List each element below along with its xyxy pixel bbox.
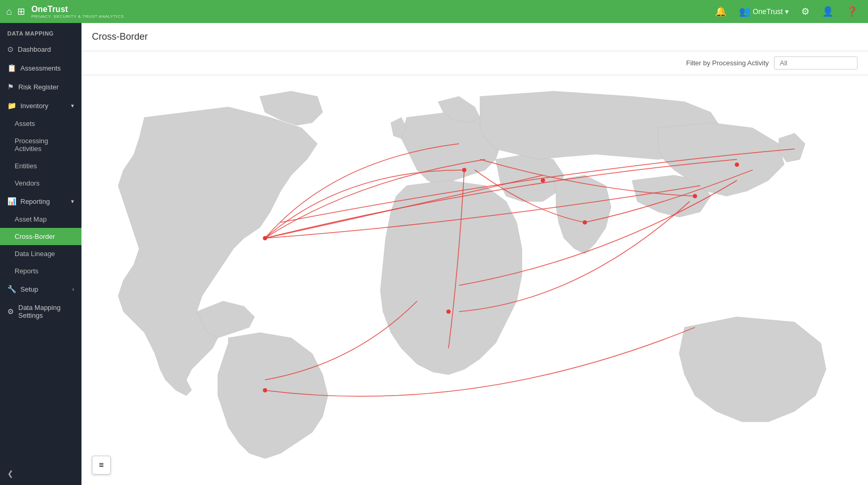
sidebar-item-risk-register[interactable]: ⚑ Risk Register [0,77,81,96]
svg-point-2 [462,168,466,172]
sidebar-item-processing-activities[interactable]: Processing Activities [0,132,81,157]
chevron-down-icon: ▾ [71,102,74,109]
svg-point-4 [735,163,739,167]
filter-label: Filter by Processing Activity [686,59,769,67]
help-icon[interactable]: ❓ [842,4,862,19]
layers-icon: ≡ [99,460,103,470]
sidebar-item-vendors[interactable]: Vendors [0,175,81,192]
sidebar-item-inventory[interactable]: 📁 Inventory ▾ [0,96,81,115]
sidebar-item-label: Dashboard [18,45,74,53]
grid-icon[interactable]: ⊞ [17,6,25,17]
setup-icon: 🔧 [7,285,16,293]
page-title: Cross-Border [92,31,148,42]
sidebar-item-data-mapping-settings[interactable]: ⚙ Data Mapping Settings [0,298,81,325]
chevron-right-icon: › [72,286,74,292]
sidebar-item-reports[interactable]: Reports [0,262,81,280]
sidebar-item-dashboard[interactable]: ⊙ Dashboard [0,40,81,59]
risk-register-icon: ⚑ [7,83,14,91]
world-map-svg [81,75,868,485]
layers-button[interactable]: ≡ [92,456,111,475]
main-content: Cross-Border Filter by Processing Activi… [81,23,868,485]
sidebar-item-data-lineage[interactable]: Data Lineage [0,245,81,262]
svg-point-6 [447,309,451,314]
collapse-sidebar-button[interactable]: ❮ [5,467,16,480]
profile-icon[interactable]: 👤 [818,4,838,19]
brand-name: OneTrust [31,5,124,14]
cross-border-label: Cross-Border [15,233,55,240]
sidebar-item-label: Data Mapping Settings [18,304,74,319]
svg-point-3 [541,178,545,182]
sidebar-item-asset-map[interactable]: Asset Map [0,211,81,228]
sidebar-footer: ❮ [0,462,81,485]
settings-gear-icon: ⚙ [7,307,14,316]
svg-point-1 [263,236,267,240]
sidebar-item-assessments[interactable]: 📋 Assessments [0,59,81,77]
svg-point-8 [583,221,587,225]
processing-activities-label: Processing Activities [15,137,74,153]
sidebar-item-entities[interactable]: Entities [0,157,81,175]
sidebar-item-assets[interactable]: Assets [0,115,81,132]
page-header: Cross-Border [81,23,868,51]
data-lineage-label: Data Lineage [15,250,55,258]
asset-map-label: Asset Map [15,215,46,223]
entities-label: Entities [15,162,37,170]
assessments-icon: 📋 [7,64,16,72]
dashboard-icon: ⊙ [7,45,14,53]
user-menu[interactable]: 👥 OneTrust ▾ [735,4,793,19]
brand-sub: PRIVACY, SECURITY & TRUST ANALYTICS [31,14,124,19]
settings-icon[interactable]: ⚙ [797,4,814,19]
users-icon: 👥 [739,6,750,17]
dropdown-icon: ▾ [785,7,789,16]
reports-label: Reports [15,267,39,275]
world-map-container: ≡ [81,75,868,485]
filter-input[interactable] [774,56,858,70]
assets-label: Assets [15,120,35,128]
vendors-label: Vendors [15,179,40,187]
user-label: OneTrust [753,7,783,16]
reporting-icon: 📊 [7,197,16,205]
brand: OneTrust PRIVACY, SECURITY & TRUST ANALY… [31,5,124,19]
sidebar-item-cross-border[interactable]: Cross-Border [0,228,81,245]
sidebar-section-label: DATA MAPPING [0,23,81,40]
home-icon[interactable]: ⌂ [6,6,12,17]
inventory-icon: 📁 [7,101,16,110]
bell-icon[interactable]: 🔔 [711,4,731,19]
filter-bar: Filter by Processing Activity [81,51,868,75]
sidebar-item-label: Assessments [20,64,74,72]
top-nav-icons: 🔔 👥 OneTrust ▾ ⚙ 👤 ❓ [711,4,862,19]
top-nav: ⌂ ⊞ OneTrust PRIVACY, SECURITY & TRUST A… [0,0,868,23]
sidebar-item-reporting[interactable]: 📊 Reporting ▾ [0,192,81,211]
svg-point-7 [263,388,267,392]
sidebar-item-label: Inventory [20,102,67,110]
sidebar-item-label: Setup [20,285,68,293]
chevron-down-icon: ▾ [71,198,74,205]
sidebar-item-label: Reporting [20,198,67,205]
sidebar: DATA MAPPING ⊙ Dashboard 📋 Assessments ⚑… [0,23,81,485]
svg-point-5 [693,194,697,198]
sidebar-item-label: Risk Register [18,83,74,91]
sidebar-item-setup[interactable]: 🔧 Setup › [0,280,81,298]
